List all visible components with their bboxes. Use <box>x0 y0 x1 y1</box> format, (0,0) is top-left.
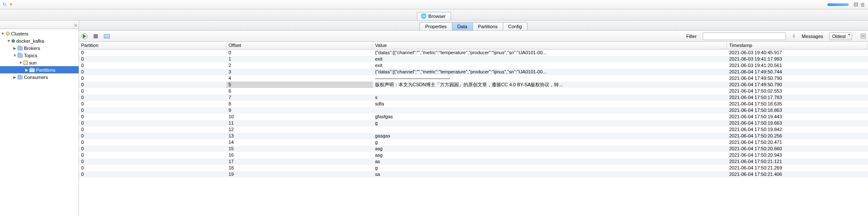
cell-value: s <box>373 94 727 101</box>
tree-topics[interactable]: ▼ Topics <box>0 52 79 59</box>
cell-timestamp: 2021-06-03 19:41:20.561 <box>727 62 868 69</box>
messages-label: Messages <box>802 34 823 39</box>
table-row[interactable]: 015asg2021-06-04 17:50:20.660 <box>79 146 868 152</box>
cell-value: asg <box>373 152 727 158</box>
cell-value: sa <box>373 171 727 178</box>
tree-partitions[interactable]: ▶ Partitions <box>0 66 79 73</box>
progress-bar <box>827 3 849 6</box>
tree-sun-label: sun <box>29 60 37 65</box>
grid-header: Partition Offset Value Timestamp <box>79 42 868 50</box>
tab-partitions[interactable]: Partitions <box>472 22 503 30</box>
table-row[interactable]: 016asg2021-06-04 17:50:20.943 <box>79 152 868 158</box>
cell-timestamp: 2021-06-04 17:49:50.790 <box>727 82 868 88</box>
topic-icon <box>23 61 28 65</box>
grid-body[interactable]: 00{"datas":[{"channel":"","metric":"temp… <box>79 50 868 216</box>
cell-timestamp: 2021-06-04 17:50:20.256 <box>727 133 868 139</box>
cell-offset: 1 <box>226 56 373 62</box>
new-connection-icon[interactable] <box>9 2 13 7</box>
table-row[interactable]: 05版权声明：本文为CSDN博主「方方园园」的原创文章，遵循CC 4.0 BY-… <box>79 82 868 88</box>
table-row[interactable]: 01exit2021-06-03 19:41:17.993 <box>79 56 868 62</box>
tab-data[interactable]: Data <box>452 22 473 30</box>
age-select[interactable]: Oldest <box>829 32 852 40</box>
cell-timestamp: 2021-06-04 17:50:02.553 <box>727 88 868 94</box>
cell-value <box>373 107 727 114</box>
col-timestamp[interactable]: Timestamp <box>727 42 868 49</box>
cell-timestamp: 2021-06-04 17:50:20.943 <box>727 152 868 158</box>
tree-sun[interactable]: ▼ sun <box>0 59 79 66</box>
tab-config[interactable]: Config <box>503 22 528 30</box>
table-row[interactable]: 04————————————————2021-06-04 17:49:50.79… <box>79 75 868 82</box>
col-offset[interactable]: Offset <box>226 42 373 49</box>
cell-value: ———————————————— <box>373 75 727 82</box>
tab-browser[interactable]: Browser <box>417 12 451 20</box>
table-row[interactable]: 07s2021-06-04 17:50:17.783 <box>79 94 868 101</box>
cell-offset: 7 <box>226 94 373 101</box>
cell-partition: 0 <box>79 133 226 139</box>
age-select-wrap[interactable]: Oldest <box>829 32 852 40</box>
tree-topics-label: Topics <box>24 53 37 58</box>
tree-docker-kafka[interactable]: ▼ docker_kafka <box>0 37 79 44</box>
sidebar: ▼ Clusters ▼ docker_kafka ▶ Brokers ▼ To… <box>0 20 79 216</box>
trash-icon[interactable] <box>860 2 865 8</box>
table-row[interactable]: 092021-06-04 17:50:18.863 <box>79 107 868 114</box>
cell-offset: 0 <box>226 50 373 56</box>
cell-timestamp: 2021-06-04 17:50:19.842 <box>727 126 868 133</box>
cell-offset: 17 <box>226 158 373 165</box>
cell-timestamp: 2021-06-04 17:49:50.790 <box>727 75 868 82</box>
tree-partitions-label: Partitions <box>36 67 56 73</box>
table-row[interactable]: 011g2021-06-04 17:50:19.663 <box>79 120 868 126</box>
table-row[interactable]: 062021-06-04 17:50:02.553 <box>79 88 868 94</box>
editor-tabbar: Browser <box>0 9 868 20</box>
table-row[interactable]: 014g2021-06-04 17:50:20.471 <box>79 139 868 146</box>
col-partition[interactable]: Partition <box>79 42 226 49</box>
table-row[interactable]: 0122021-06-04 17:50:19.842 <box>79 126 868 133</box>
refresh-icon[interactable] <box>3 2 6 7</box>
table-row[interactable]: 010gfasfgas2021-06-04 17:50:19.443 <box>79 114 868 120</box>
table-row[interactable]: 03{"datas":[{"channel":"","metric":"temp… <box>79 69 868 75</box>
tab-properties[interactable]: Properties <box>419 22 452 30</box>
tab-properties-label: Properties <box>425 24 446 29</box>
tree-brokers[interactable]: ▶ Brokers <box>0 44 79 52</box>
cell-partition: 0 <box>79 146 226 152</box>
table-row[interactable]: 02exit2021-06-03 19:41:20.561 <box>79 62 868 69</box>
cell-timestamp: 2021-06-04 17:50:21.269 <box>727 165 868 171</box>
run-button[interactable] <box>82 33 88 39</box>
cell-timestamp: 2021-06-04 17:50:19.663 <box>727 120 868 126</box>
cell-offset: 9 <box>226 107 373 114</box>
folder-icon <box>29 68 35 72</box>
cell-partition: 0 <box>79 94 226 101</box>
cluster-tree[interactable]: ▼ Clusters ▼ docker_kafka ▶ Brokers ▼ To… <box>0 29 79 216</box>
stop-button[interactable] <box>94 34 98 38</box>
cell-offset: 16 <box>226 152 373 158</box>
tree-consumers[interactable]: ▶ Consumers <box>0 73 79 81</box>
layout-button[interactable] <box>104 34 110 38</box>
filter-input[interactable] <box>703 32 786 40</box>
cell-partition: 0 <box>79 165 226 171</box>
table-row[interactable]: 00{"datas":[{"channel":"","metric":"temp… <box>79 50 868 56</box>
cell-timestamp: 2021-06-03 19:41:17.993 <box>727 56 868 62</box>
cell-partition: 0 <box>79 114 226 120</box>
tree-clusters[interactable]: ▼ Clusters <box>0 30 79 37</box>
apply-filter-icon[interactable] <box>792 33 796 39</box>
cell-offset: 19 <box>226 171 373 178</box>
cell-timestamp: 2021-06-04 17:50:19.443 <box>727 114 868 120</box>
play-icon <box>83 34 86 38</box>
top-toolbar <box>0 0 868 9</box>
table-row[interactable]: 018g2021-06-04 17:50:21.269 <box>79 165 868 171</box>
table-row[interactable]: 08sdfa2021-06-04 17:50:18.635 <box>79 101 868 107</box>
cell-partition: 0 <box>79 171 226 178</box>
table-row[interactable]: 013gasgas2021-06-04 17:50:20.256 <box>79 133 868 139</box>
cell-timestamp: 2021-06-04 17:49:50.744 <box>727 69 868 75</box>
cell-value: asg <box>373 146 727 152</box>
stop-task-icon[interactable] <box>854 3 858 6</box>
table-row[interactable]: 017as2021-06-04 17:50:21.121 <box>79 158 868 165</box>
cell-offset: 18 <box>226 165 373 171</box>
columns-config-icon[interactable] <box>861 34 865 38</box>
cell-value <box>373 126 727 133</box>
cell-value: exit <box>373 62 727 69</box>
sub-tabbar: Properties Data Partitions Config <box>79 20 868 31</box>
cell-partition: 0 <box>79 69 226 75</box>
collapse-all-icon[interactable] <box>73 22 77 27</box>
col-value[interactable]: Value <box>373 42 727 49</box>
table-row[interactable]: 019sa2021-06-04 17:50:21.406 <box>79 171 868 178</box>
